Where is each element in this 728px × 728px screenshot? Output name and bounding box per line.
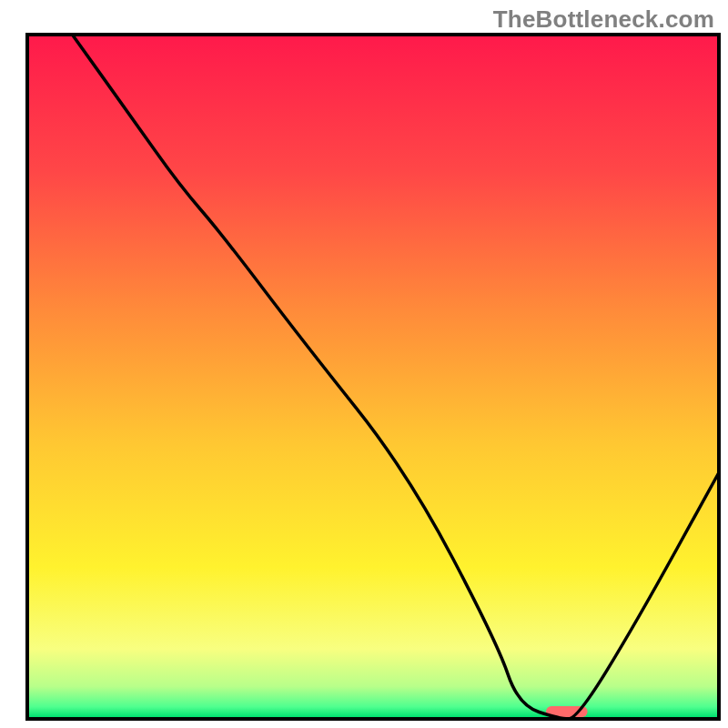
watermark-text: TheBottleneck.com [493,5,714,34]
chart-canvas [0,0,728,728]
plot-background [29,36,717,717]
bottleneck-chart: TheBottleneck.com [0,0,728,728]
